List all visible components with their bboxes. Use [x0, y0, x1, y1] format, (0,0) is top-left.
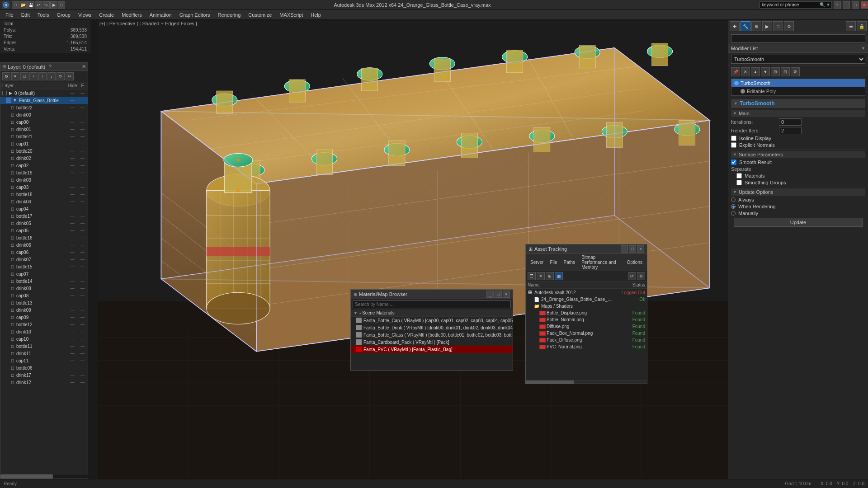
list-item[interactable]: ◻drink03——: [0, 176, 88, 183]
list-item[interactable]: ◻drink08——: [0, 285, 88, 292]
list-item[interactable]: ◻cap02——: [0, 162, 88, 169]
list-item[interactable]: ◻drink07——: [0, 256, 88, 263]
asset-tracking-minimize-btn[interactable]: _: [621, 245, 628, 253]
list-item[interactable]: ▼ Fanta_Glass_Bottle —: [0, 97, 88, 104]
maximize-btn[interactable]: □: [852, 1, 859, 9]
mat-search-input[interactable]: [353, 300, 511, 308]
search-box[interactable]: 🔍 ▼: [760, 1, 832, 9]
explicit-normals-checkbox[interactable]: [731, 142, 736, 148]
list-item[interactable]: ◻cap07——: [0, 270, 88, 277]
hierarchy-panel-btn[interactable]: ⊕: [751, 21, 761, 31]
close-btn[interactable]: ×: [861, 1, 868, 9]
modifier-select[interactable]: TurboSmooth Editable Poly: [731, 55, 865, 64]
render-btn[interactable]: ▶: [50, 1, 57, 9]
menu-customize[interactable]: Customize: [245, 11, 275, 19]
create-panel-btn[interactable]: ✚: [730, 21, 740, 31]
modifier-turbosmooth[interactable]: TurboSmooth: [731, 79, 865, 87]
list-item[interactable]: ◻bottle16——: [0, 234, 88, 241]
delete-modifier-btn[interactable]: ✕: [741, 67, 750, 76]
asset-scrollbar[interactable]: [526, 380, 647, 384]
search-icon[interactable]: 🔍: [820, 2, 825, 7]
iterations-input[interactable]: [779, 118, 802, 126]
list-item[interactable]: Fanta_PVC ( VRayMtl ) [Fanta_Plastic_Bag…: [351, 346, 513, 353]
list-item[interactable]: ◻drink10——: [0, 328, 88, 335]
move-up-modifier-btn[interactable]: ▲: [751, 67, 760, 76]
mat-browser-close-btn[interactable]: ×: [503, 291, 510, 298]
layers-move-down-btn[interactable]: ↓: [47, 72, 56, 80]
render-iters-input[interactable]: [779, 127, 802, 134]
modifier-editable-poly[interactable]: Editable Poly: [731, 87, 865, 95]
mat-browser-maximize-btn[interactable]: □: [495, 291, 502, 298]
when-rendering-radio[interactable]: [731, 204, 736, 209]
menu-rendering[interactable]: Rendering: [214, 11, 245, 19]
list-item[interactable]: ◻bottle15——: [0, 263, 88, 270]
asset-tracking-close-btn[interactable]: ×: [637, 245, 644, 253]
help-icon[interactable]: ?: [834, 1, 841, 9]
configure-btn[interactable]: ⚙: [791, 67, 800, 76]
surface-params-section[interactable]: ▼ Surface Parameters: [731, 151, 865, 158]
list-item[interactable]: ◻cap06——: [0, 249, 88, 256]
list-item[interactable]: ◻bottle21——: [0, 133, 88, 140]
list-item[interactable]: ◻cap04——: [0, 205, 88, 212]
param-main-section[interactable]: ▼ Main: [731, 110, 865, 117]
smooth-result-checkbox[interactable]: [731, 160, 736, 165]
move-down-modifier-btn[interactable]: ▼: [761, 67, 770, 76]
list-item[interactable]: ◻cap11——: [0, 357, 88, 364]
list-item[interactable]: 📄 24_Orange_Glass_Bottle_Case_vray.max O…: [526, 296, 647, 303]
list-item[interactable]: ◻drink01——: [0, 126, 88, 133]
view-btn[interactable]: □: [58, 1, 65, 9]
list-item[interactable]: ◻cap05——: [0, 227, 88, 234]
list-item[interactable]: 🏛 Autodesk Vault 2012 Logged Out: [526, 289, 647, 296]
list-item[interactable]: Fanta_Bottle_Glass ( VRayMtl ) [bottle00…: [351, 331, 513, 338]
list-item[interactable]: 📁 Maps / Shaders: [526, 303, 647, 310]
list-item[interactable]: ◻cap01——: [0, 140, 88, 147]
save-btn[interactable]: 💾: [27, 1, 34, 9]
list-item[interactable]: ◻drink04——: [0, 198, 88, 205]
panel-settings-btn[interactable]: ☰: [846, 21, 856, 31]
list-item[interactable]: Fanta_Cardboard_Pack ( VRayMtl ) [Pack]: [351, 338, 513, 346]
list-item[interactable]: Bottle_Normal.png Found: [526, 316, 647, 323]
list-item[interactable]: ◻drink02——: [0, 155, 88, 162]
always-radio[interactable]: [731, 197, 736, 202]
list-item[interactable]: Fanta_Bottle_Drink ( VRayMtl ) [drink00,…: [351, 324, 513, 331]
asset-list-view-btn[interactable]: ☰: [528, 272, 536, 280]
undo-btn[interactable]: ↩: [35, 1, 42, 9]
list-item[interactable]: ◻drink11——: [0, 350, 88, 357]
menu-create[interactable]: Create: [95, 11, 118, 19]
update-options-section[interactable]: ▼ Update Options: [731, 188, 865, 196]
list-item[interactable]: ◻cap08——: [0, 292, 88, 299]
minimize-btn[interactable]: _: [843, 1, 850, 9]
list-item[interactable]: ◻bottle20——: [0, 147, 88, 155]
search-input[interactable]: [760, 2, 819, 7]
list-item[interactable]: ◻bottle13——: [0, 299, 88, 306]
search-options-icon[interactable]: ▼: [826, 2, 830, 7]
menu-help[interactable]: Help: [307, 11, 325, 19]
list-item[interactable]: PVC_Normal.png Found: [526, 343, 647, 350]
show-all-btn[interactable]: ⊞: [771, 67, 780, 76]
menu-views[interactable]: Views: [75, 11, 95, 19]
list-item[interactable]: ◻drink06——: [0, 241, 88, 249]
menu-graph-editors[interactable]: Graph Editors: [176, 11, 214, 19]
list-item[interactable]: ◻bottle18——: [0, 191, 88, 198]
asset-menu-bitmap[interactable]: Bitmap Performance and Memory: [579, 254, 623, 270]
list-item[interactable]: Pack_Diffuse.png Found: [526, 337, 647, 343]
list-item[interactable]: ◻bottle12——: [0, 321, 88, 328]
layers-move-up-btn[interactable]: ↑: [38, 72, 47, 80]
list-item[interactable]: ◻bottle19——: [0, 169, 88, 176]
list-item[interactable]: ◻drink09——: [0, 306, 88, 314]
asset-menu-options[interactable]: Options: [624, 259, 645, 265]
layers-cut-btn[interactable]: ✂: [66, 72, 74, 80]
layers-new-btn[interactable]: □: [20, 72, 28, 80]
layers-scrollbar[interactable]: [0, 474, 88, 479]
list-item[interactable]: ◻cap09——: [0, 314, 88, 321]
list-item[interactable]: ◻bottle17——: [0, 212, 88, 220]
object-name-input[interactable]: Fanta_Plastic_Bag: [731, 34, 865, 42]
layer-checkbox[interactable]: [2, 91, 7, 95]
panel-lock-btn[interactable]: 🔒: [857, 21, 867, 31]
list-item[interactable]: ◻bottle14——: [0, 277, 88, 285]
list-item[interactable]: ◻bottle06——: [0, 364, 88, 371]
isoline-checkbox[interactable]: [731, 136, 736, 141]
scene-materials-header[interactable]: ▼ - Scene Materials: [351, 310, 513, 317]
list-item[interactable]: ◻bottle22——: [0, 104, 88, 111]
layers-settings-btn[interactable]: ⚙: [2, 72, 10, 80]
